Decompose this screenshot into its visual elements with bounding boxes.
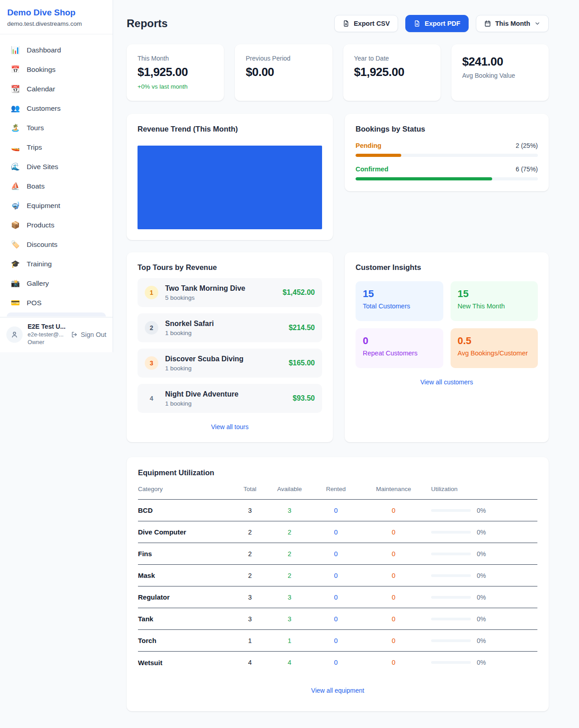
sidebar-item-pos[interactable]: 💳POS xyxy=(4,293,109,312)
column-header: Maintenance xyxy=(364,486,423,492)
utilization-percent: 0% xyxy=(477,572,486,579)
stat-card-previous-period: Previous Period $0.00 xyxy=(235,44,332,101)
tile-label: Avg Bookings/Customer xyxy=(458,350,531,357)
sign-out-label: Sign Out xyxy=(81,331,106,338)
sidebar-item-customers[interactable]: 👥Customers xyxy=(4,99,109,118)
view-all-tours-link[interactable]: View all tours xyxy=(138,423,322,430)
table-row: Regulator 3 3 0 0 0% xyxy=(138,586,537,608)
equipment-utilization-card: Equipment Utilization Category Total Ava… xyxy=(127,457,549,711)
insight-tiles: 15 Total Customers 15 New This Month 0 R… xyxy=(356,281,538,368)
tour-row[interactable]: 4 Night Dive Adventure1 booking $93.50 xyxy=(138,384,322,413)
column-header: Total xyxy=(228,486,271,492)
cell-utilization: 0% xyxy=(423,594,537,601)
bar-chart-icon: 📊 xyxy=(10,46,20,54)
tour-row[interactable]: 2 Snorkel Safari1 booking $214.50 xyxy=(138,313,322,342)
sidebar-item-bookings[interactable]: 📅Bookings xyxy=(4,60,109,79)
export-csv-button[interactable]: Export CSV xyxy=(334,15,398,32)
column-header: Category xyxy=(138,486,228,492)
utilization-track xyxy=(431,531,471,534)
tour-bookings: 1 booking xyxy=(165,365,243,372)
cell-utilization: 0% xyxy=(423,507,537,514)
export-pdf-button[interactable]: Export PDF xyxy=(405,15,469,32)
table-row: Tank 3 3 0 0 0% xyxy=(138,608,537,630)
view-all-customers-link[interactable]: View all customers xyxy=(356,378,538,386)
avatar xyxy=(6,326,23,343)
utilization-track xyxy=(431,553,471,555)
cell-total: 3 xyxy=(228,615,271,623)
progress-track xyxy=(356,154,538,157)
sidebar-item-label: Boats xyxy=(27,182,45,190)
cell-utilization: 0% xyxy=(423,572,537,579)
cell-total: 2 xyxy=(228,529,271,536)
cell-utilization: 0% xyxy=(423,529,537,536)
sidebar-item-trips[interactable]: 🚤Trips xyxy=(4,137,109,157)
tour-amount: $165.00 xyxy=(289,359,315,367)
stat-delta: +0% vs last month xyxy=(138,83,213,90)
stat-value: $1,925.00 xyxy=(354,65,430,79)
page-title: Reports xyxy=(127,17,168,30)
sidebar-item-gallery[interactable]: 📸Gallery xyxy=(4,274,109,293)
cell-maintenance: 0 xyxy=(364,507,423,514)
price-tag-icon: 🏷️ xyxy=(10,240,20,249)
sidebar-item-boats[interactable]: ⛵Boats xyxy=(4,176,109,196)
shop-name[interactable]: Demo Dive Shop xyxy=(7,8,105,18)
cell-available: 3 xyxy=(271,594,308,601)
tour-bookings: 5 bookings xyxy=(165,294,245,301)
status-row-confirmed: Confirmed 6 (75%) xyxy=(356,165,538,180)
tour-amount: $93.50 xyxy=(293,394,315,402)
cell-available: 4 xyxy=(271,659,308,666)
stat-value: $241.00 xyxy=(462,55,538,69)
people-icon: 👥 xyxy=(10,104,20,113)
view-all-equipment-link[interactable]: View all equipment xyxy=(138,687,537,694)
revenue-trend-chart xyxy=(138,146,322,229)
tour-row[interactable]: 1 Two Tank Morning Dive5 bookings $1,452… xyxy=(138,278,322,307)
cell-total: 2 xyxy=(228,550,271,558)
utilization-percent: 0% xyxy=(477,659,486,666)
cell-maintenance: 0 xyxy=(364,572,423,579)
cell-rented: 0 xyxy=(308,637,364,644)
sidebar-item-equipment[interactable]: 🤿Equipment xyxy=(4,196,109,215)
cell-category: Torch xyxy=(138,637,228,644)
sidebar-item-reports-partial[interactable] xyxy=(7,312,106,317)
cell-available: 2 xyxy=(271,572,308,579)
cell-maintenance: 0 xyxy=(364,637,423,644)
tour-amount: $214.50 xyxy=(289,324,315,332)
sidebar-header: Demo Dive Shop demo.test.divestreams.com xyxy=(0,0,113,34)
column-header: Rented xyxy=(308,486,364,492)
sidebar-item-products[interactable]: 📦Products xyxy=(4,215,109,235)
island-icon: 🏝️ xyxy=(10,123,20,132)
rank-badge: 1 xyxy=(145,286,158,299)
period-dropdown[interactable]: This Month xyxy=(476,15,549,32)
tile-value: 15 xyxy=(458,288,531,300)
sidebar-user-section: E2E Test U... e2e-tester@... Owner Sign … xyxy=(0,317,113,352)
status-label: Confirmed xyxy=(356,165,389,173)
revenue-trend-card: Revenue Trend (This Month) xyxy=(127,114,333,240)
customer-insights-title: Customer Insights xyxy=(356,263,538,272)
wave-icon: 🌊 xyxy=(10,162,20,171)
sidebar-nav: 📊Dashboard 📅Bookings 📆Calendar 👥Customer… xyxy=(0,34,113,317)
sidebar-item-dashboard[interactable]: 📊Dashboard xyxy=(4,40,109,60)
tour-row[interactable]: 3 Discover Scuba Diving1 booking $165.00 xyxy=(138,349,322,378)
sidebar-item-tours[interactable]: 🏝️Tours xyxy=(4,118,109,137)
stat-label: Year to Date xyxy=(354,55,430,62)
revenue-trend-title: Revenue Trend (This Month) xyxy=(138,125,322,133)
cell-maintenance: 0 xyxy=(364,615,423,623)
table-row: Wetsuit 4 4 0 0 0% xyxy=(138,652,537,673)
tour-name: Discover Scuba Diving xyxy=(165,355,243,363)
cell-category: Mask xyxy=(138,572,228,579)
sidebar-item-discounts[interactable]: 🏷️Discounts xyxy=(4,235,109,254)
export-csv-label: Export CSV xyxy=(354,20,390,27)
sidebar-item-dive-sites[interactable]: 🌊Dive Sites xyxy=(4,157,109,176)
sign-out-button[interactable]: Sign Out xyxy=(71,331,106,338)
utilization-track xyxy=(431,509,471,512)
sidebar-item-training[interactable]: 🎓Training xyxy=(4,254,109,274)
cell-rented: 0 xyxy=(308,550,364,558)
utilization-percent: 0% xyxy=(477,615,486,623)
tile-avg-bookings-customer: 0.5 Avg Bookings/Customer xyxy=(451,328,538,368)
cell-utilization: 0% xyxy=(423,659,537,666)
sidebar-item-label: Calendar xyxy=(27,85,55,93)
table-row: BCD 3 3 0 0 0% xyxy=(138,500,537,521)
chevron-down-icon xyxy=(534,20,541,27)
sidebar-item-calendar[interactable]: 📆Calendar xyxy=(4,79,109,99)
cell-utilization: 0% xyxy=(423,550,537,558)
